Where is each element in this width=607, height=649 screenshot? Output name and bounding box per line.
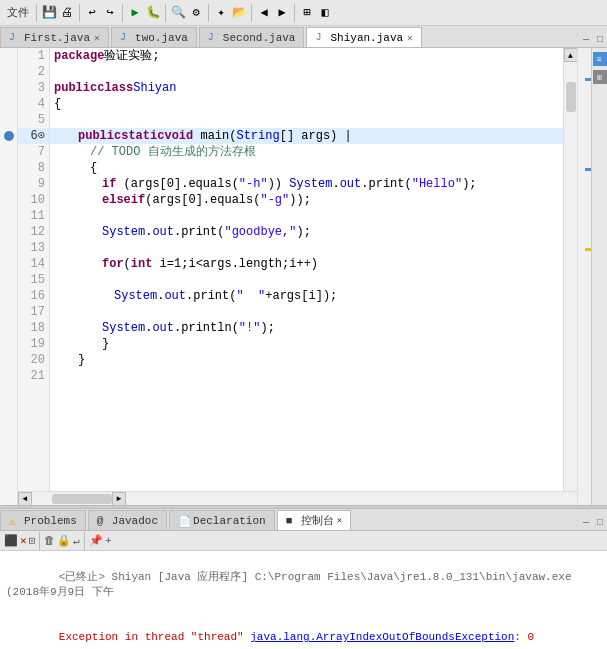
csep1 bbox=[39, 532, 40, 550]
code-editor[interactable]: 1 2 3 4 5 6⊙ 7 8 9 10 11 12 13 14 15 16 bbox=[18, 48, 577, 491]
stop-icon[interactable]: ⬛ bbox=[4, 534, 18, 547]
maximize-editor-btn[interactable]: □ bbox=[593, 32, 607, 47]
main-toolbar: 文件 💾 🖨 ↩ ↪ ▶ 🐛 🔍 ⚙ ✦ 📂 ◀ ▶ ⊞ ◧ bbox=[0, 0, 607, 26]
sep7 bbox=[294, 4, 295, 22]
clear-console-icon[interactable]: 🗑 bbox=[44, 534, 55, 547]
code-line-9: if (args[0].equals("-h")) System.out.pri… bbox=[50, 176, 563, 192]
breakpoint-marker[interactable] bbox=[4, 131, 14, 141]
ln-3: 3 bbox=[18, 80, 49, 96]
ln-6: 6⊙ bbox=[18, 128, 49, 144]
ln-14: 14 bbox=[18, 256, 49, 272]
new-icon[interactable]: ✦ bbox=[213, 5, 229, 21]
ln-18: 18 bbox=[18, 320, 49, 336]
exception-class-link[interactable]: java.lang.ArrayIndexOutOfBoundsException bbox=[250, 631, 514, 643]
code-line-15 bbox=[50, 272, 563, 288]
minimize-console-btn[interactable]: — bbox=[579, 515, 593, 530]
open-icon[interactable]: 📂 bbox=[231, 5, 247, 21]
side-icon-1[interactable]: ≡ bbox=[593, 52, 607, 66]
code-line-3: public class Shiyan bbox=[50, 80, 563, 96]
ln-19: 19 bbox=[18, 336, 49, 352]
tab-console[interactable]: ■ 控制台 ✕ bbox=[277, 510, 351, 530]
vertical-scrollbar[interactable]: ▲ bbox=[563, 48, 577, 491]
horizontal-scrollbar[interactable]: ◄ ► bbox=[18, 491, 577, 505]
margin-1 bbox=[0, 48, 17, 64]
margin-5 bbox=[0, 112, 17, 128]
code-content[interactable]: package 验证实验; public class Shiyan { publ… bbox=[50, 48, 563, 491]
margin-6 bbox=[0, 128, 17, 144]
code-line-6: public static void main(String[] args) | bbox=[50, 128, 563, 144]
code-line-21 bbox=[50, 368, 563, 384]
console-close-icon[interactable]: ✕ bbox=[337, 515, 342, 526]
code-editor-area[interactable]: 1 2 3 4 5 6⊙ 7 8 9 10 11 12 13 14 15 16 bbox=[18, 48, 577, 505]
ln-21: 21 bbox=[18, 368, 49, 384]
tab-declaration[interactable]: 📄 Declaration bbox=[169, 510, 275, 530]
tab-close-icon2[interactable]: ✕ bbox=[407, 32, 413, 44]
tab-first-java[interactable]: J First.java ✕ bbox=[0, 27, 109, 47]
javadoc-label: Javadoc bbox=[112, 515, 158, 527]
problems-label: Problems bbox=[24, 515, 77, 527]
side-icon-2[interactable]: ⊞ bbox=[593, 70, 607, 84]
tab-problems[interactable]: ⚠ Problems bbox=[0, 510, 86, 530]
code-line-1: package 验证实验; bbox=[50, 48, 563, 64]
console-tab-bar: ⚠ Problems @ Javadoc 📄 Declaration ■ 控制台… bbox=[0, 509, 607, 531]
code-line-17 bbox=[50, 304, 563, 320]
scroll-lock-icon[interactable]: 🔒 bbox=[57, 534, 71, 547]
debug-icon[interactable]: 🐛 bbox=[145, 5, 161, 21]
java-file-icon3: J bbox=[208, 32, 220, 44]
code-line-13 bbox=[50, 240, 563, 256]
forward-icon[interactable]: ▶ bbox=[274, 5, 290, 21]
word-wrap-icon[interactable]: ↵ bbox=[73, 534, 80, 547]
file-menu[interactable]: 文件 bbox=[4, 4, 32, 21]
disconnect-icon[interactable]: ⊡ bbox=[29, 534, 36, 547]
maximize-console-btn[interactable]: □ bbox=[593, 515, 607, 530]
ruler-mark-2 bbox=[585, 168, 591, 171]
margin-20 bbox=[0, 352, 17, 368]
pin-icon[interactable]: 📌 bbox=[89, 534, 103, 547]
tab-label: Second.java bbox=[223, 32, 296, 44]
scroll-right-btn[interactable]: ► bbox=[112, 492, 126, 506]
tab-close-icon[interactable]: ✕ bbox=[94, 32, 100, 44]
console-output: <已终止> Shiyan [Java 应用程序] C:\Program File… bbox=[0, 551, 607, 649]
tab-second-java[interactable]: J Second.java bbox=[199, 27, 305, 47]
margin-10 bbox=[0, 192, 17, 208]
margin-18 bbox=[0, 320, 17, 336]
undo-icon[interactable]: ↩ bbox=[84, 5, 100, 21]
new-console-icon[interactable]: + bbox=[105, 535, 112, 547]
back-icon[interactable]: ◀ bbox=[256, 5, 272, 21]
ln-5: 5 bbox=[18, 112, 49, 128]
margin-4 bbox=[0, 96, 17, 112]
h-scroll-thumb[interactable] bbox=[52, 494, 112, 504]
run-icon[interactable]: ▶ bbox=[127, 5, 143, 21]
ln-16: 16 bbox=[18, 288, 49, 304]
print-icon[interactable]: 🖨 bbox=[59, 5, 75, 21]
margin-15 bbox=[0, 272, 17, 288]
tab-javadoc[interactable]: @ Javadoc bbox=[88, 510, 167, 530]
scroll-thumb[interactable] bbox=[566, 82, 576, 112]
line-numbers: 1 2 3 4 5 6⊙ 7 8 9 10 11 12 13 14 15 16 bbox=[18, 48, 50, 491]
exception-line: Exception in thread "thread" java.lang.A… bbox=[6, 615, 601, 649]
console-label: 控制台 bbox=[301, 513, 334, 528]
search-icon[interactable]: 🔍 bbox=[170, 5, 186, 21]
margin-8 bbox=[0, 160, 17, 176]
ln-1: 1 bbox=[18, 48, 49, 64]
ln-13: 13 bbox=[18, 240, 49, 256]
redo-icon[interactable]: ↪ bbox=[102, 5, 118, 21]
code-line-12: System.out.print("goodbye,"); bbox=[50, 224, 563, 240]
tab-shiyan-java[interactable]: J Shiyan.java ✕ bbox=[306, 27, 422, 47]
tab-two-java[interactable]: J two.java bbox=[111, 27, 197, 47]
code-line-8: { bbox=[50, 160, 563, 176]
layout-icon[interactable]: ⊞ bbox=[299, 5, 315, 21]
tab-label: Shiyan.java bbox=[330, 32, 403, 44]
scroll-up-btn[interactable]: ▲ bbox=[564, 48, 578, 62]
margin-3 bbox=[0, 80, 17, 96]
save-icon[interactable]: 💾 bbox=[41, 5, 57, 21]
perspective-icon[interactable]: ◧ bbox=[317, 5, 333, 21]
minimize-editor-btn[interactable]: — bbox=[579, 32, 593, 47]
refactor-icon[interactable]: ⚙ bbox=[188, 5, 204, 21]
ln-9: 9 bbox=[18, 176, 49, 192]
scroll-left-btn[interactable]: ◄ bbox=[18, 492, 32, 506]
code-line-7: // TODO 自动生成的方法存根 bbox=[50, 144, 563, 160]
margin-19 bbox=[0, 336, 17, 352]
code-line-20: } bbox=[50, 352, 563, 368]
terminate-icon[interactable]: ✕ bbox=[20, 534, 27, 547]
